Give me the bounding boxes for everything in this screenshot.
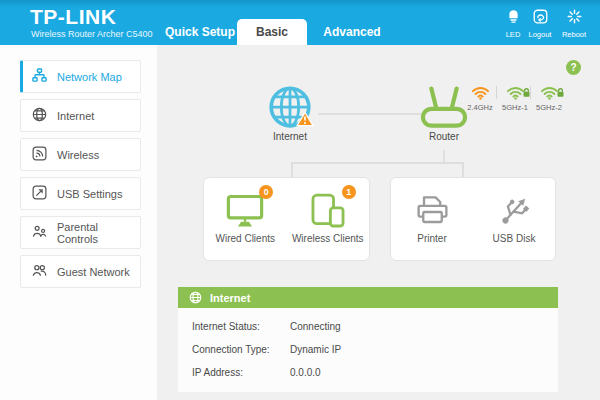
wired-clients-monitor-icon: 0 (226, 189, 264, 229)
lock-icon (556, 84, 565, 102)
led-bulb-icon (506, 9, 521, 28)
sidebar-item-label: Guest Network (57, 266, 130, 278)
reboot-button[interactable]: Reboot (557, 9, 591, 39)
internet-status-row: Internet Status: Connecting (178, 315, 558, 338)
sidebar-item-label: Parental Controls (57, 221, 140, 245)
row-label: Internet Status: (192, 315, 260, 338)
wireless-signal-icon (32, 146, 47, 163)
tab-basic[interactable]: Basic (237, 19, 307, 45)
band-label: 5GHz-2 (536, 103, 562, 112)
sidebar-item-label: Network Map (57, 71, 122, 83)
band-5ghz-2[interactable]: 5GHz-2 (532, 84, 566, 112)
printer-label: Printer (417, 233, 446, 244)
band-separator (530, 86, 531, 99)
sidebar-nav: Network Map Internet Wirele (0, 45, 157, 400)
guest-network-icon (32, 263, 47, 280)
internet-router-link-line (318, 113, 421, 115)
printer-item[interactable]: Printer (391, 178, 473, 260)
sidebar-item-label: USB Settings (57, 188, 122, 200)
wifi-icon-green (540, 84, 559, 100)
tab-quick-setup[interactable]: Quick Setup (160, 19, 240, 45)
help-button[interactable]: ? (566, 60, 581, 75)
reboot-label: Reboot (562, 30, 586, 39)
network-map-icon (32, 68, 47, 85)
wired-clients-label: Wired Clients (216, 233, 275, 244)
wireless-clients-count-badge: 1 (342, 185, 356, 199)
router-admin-page: TP-LINK Wireless Router Archer C5400 Qui… (0, 0, 600, 400)
sidebar-item-internet[interactable]: Internet (20, 99, 141, 132)
device-model-subtitle: Wireless Router Archer C5400 (31, 29, 153, 39)
sidebar-item-guest-network[interactable]: Guest Network (20, 255, 141, 288)
clients-bus-line (291, 162, 464, 164)
connection-type-value: Dynamic IP (290, 338, 341, 361)
internet-panel-body: Internet Status: Connecting Connection T… (178, 308, 558, 392)
band-label: 5GHz-1 (502, 103, 528, 112)
internet-panel-globe-icon (189, 291, 202, 304)
router-node-label: Router (413, 131, 475, 142)
band-label: 2.4GHz (467, 103, 492, 112)
wifi-icon-green (506, 84, 525, 100)
band-2-4ghz[interactable]: 2.4GHz (463, 84, 497, 112)
globe-icon (32, 107, 47, 124)
wired-clients-count-badge: 0 (259, 185, 273, 199)
ip-address-value: 0.0.0.0 (290, 361, 321, 384)
wireless-clients-label: Wireless Clients (292, 233, 364, 244)
right-box-drop-line (462, 162, 464, 178)
internet-panel-title: Internet (210, 292, 250, 304)
internet-node[interactable] (268, 85, 312, 133)
wireless-clients-devices-icon: 1 (309, 189, 347, 229)
sidebar-item-parental-controls[interactable]: Parental Controls (20, 216, 141, 249)
tab-advanced[interactable]: Advanced (312, 19, 392, 45)
ip-address-row: IP Address: 0.0.0.0 (178, 361, 558, 384)
sidebar-item-wireless[interactable]: Wireless (20, 138, 141, 171)
brand-logo: TP-LINK (30, 5, 116, 29)
row-label: IP Address: (192, 361, 243, 384)
parental-controls-icon (32, 224, 47, 241)
sidebar-item-label: Wireless (57, 149, 99, 161)
usb-disk-item[interactable]: USB Disk (473, 178, 555, 260)
internet-warning-icon (296, 111, 314, 131)
wired-clients-item[interactable]: 0 Wired Clients (204, 178, 287, 260)
led-label: LED (506, 30, 521, 39)
top-header-bar: TP-LINK Wireless Router Archer C5400 Qui… (0, 0, 600, 45)
clients-box: 0 Wired Clients 1 Wireless Clients (203, 177, 370, 261)
sidebar-item-label: Internet (57, 110, 94, 122)
logout-label: Logout (529, 30, 552, 39)
sidebar-item-usb-settings[interactable]: USB Settings (20, 177, 141, 210)
band-separator (496, 86, 497, 99)
usb-disk-label: USB Disk (493, 233, 536, 244)
row-label: Connection Type: (192, 338, 270, 361)
sidebar-item-network-map[interactable]: Network Map (20, 60, 141, 93)
internet-status-value: Connecting (290, 315, 341, 338)
usb-devices-box: Printer USB Disk (390, 177, 556, 261)
printer-icon (414, 189, 451, 229)
usb-settings-icon (32, 185, 47, 202)
left-box-drop-line (291, 162, 293, 178)
connection-type-row: Connection Type: Dynamic IP (178, 338, 558, 361)
wireless-clients-item[interactable]: 1 Wireless Clients (287, 178, 370, 260)
logout-icon (533, 9, 548, 28)
internet-node-label: Internet (258, 131, 322, 142)
band-5ghz-1[interactable]: 5GHz-1 (498, 84, 532, 112)
wifi-icon-orange (471, 84, 490, 100)
logout-button[interactable]: Logout (523, 9, 557, 39)
reboot-starburst-icon (567, 9, 582, 28)
usb-disk-icon (496, 189, 532, 229)
internet-panel-header: Internet (178, 287, 558, 308)
